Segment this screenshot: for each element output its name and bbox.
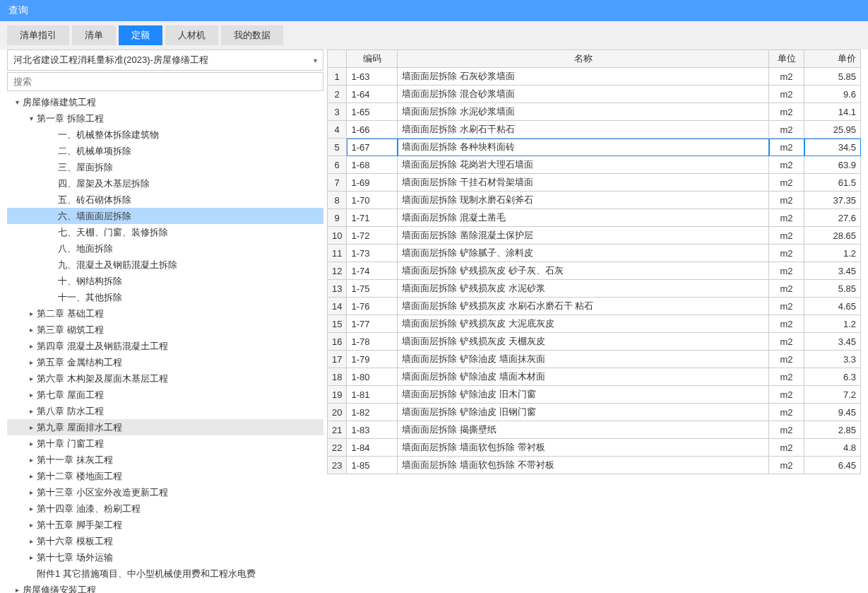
- cell-code[interactable]: 1-63: [347, 68, 398, 86]
- table-row[interactable]: 11-63墙面面层拆除 石灰砂浆墙面m25.85: [328, 68, 861, 86]
- cell-price[interactable]: 61.5: [804, 174, 861, 192]
- tab-定额[interactable]: 定额: [119, 25, 162, 45]
- header-name[interactable]: 名称: [398, 50, 769, 68]
- cell-name[interactable]: 墙面面层拆除 铲除油皮 墙面抹灰面: [398, 351, 769, 368]
- tree-item[interactable]: ▾第一章 拆除工程: [7, 110, 323, 127]
- row-index[interactable]: 10: [328, 227, 347, 245]
- tree-item[interactable]: ▸第二章 基础工程: [7, 305, 323, 322]
- cell-code[interactable]: 1-72: [347, 227, 398, 245]
- table-row[interactable]: 51-67墙面面层拆除 各种块料面砖m234.5: [328, 139, 861, 156]
- row-index[interactable]: 21: [328, 421, 347, 439]
- cell-name[interactable]: 墙面面层拆除 墙面软包拆除 不带衬板: [398, 457, 769, 474]
- row-index[interactable]: 3: [328, 103, 347, 121]
- cell-code[interactable]: 1-74: [347, 262, 398, 280]
- expand-icon[interactable]: ▸: [27, 323, 35, 336]
- row-index[interactable]: 23: [328, 457, 347, 474]
- expand-icon[interactable]: ▸: [27, 404, 35, 418]
- tree-item[interactable]: ▸第十三章 小区室外改造更新工程: [7, 484, 323, 500]
- cell-unit[interactable]: m2: [769, 174, 804, 192]
- tree-item[interactable]: 附件1 其它措施项目、中小型机械使用费和工程水电费: [7, 565, 323, 582]
- cell-name[interactable]: 墙面面层拆除 铲残损灰皮 水泥砂浆: [398, 280, 769, 298]
- cell-unit[interactable]: m2: [769, 86, 804, 103]
- expand-icon[interactable]: ▸: [27, 453, 35, 466]
- cell-code[interactable]: 1-77: [347, 315, 398, 333]
- row-index[interactable]: 22: [328, 439, 347, 457]
- cell-price[interactable]: 5.85: [804, 280, 861, 298]
- cell-name[interactable]: 墙面面层拆除 混合砂浆墙面: [398, 86, 769, 103]
- cell-name[interactable]: 墙面面层拆除 铲除腻子、涂料皮: [398, 245, 769, 262]
- cell-code[interactable]: 1-65: [347, 103, 398, 121]
- tab-我的数据[interactable]: 我的数据: [221, 25, 283, 45]
- cell-code[interactable]: 1-78: [347, 333, 398, 351]
- cell-unit[interactable]: m2: [769, 280, 804, 298]
- cell-price[interactable]: 4.65: [804, 298, 861, 315]
- expand-icon[interactable]: ▸: [13, 583, 21, 593]
- expand-icon[interactable]: ▸: [27, 307, 35, 320]
- cell-price[interactable]: 63.9: [804, 156, 861, 174]
- cell-price[interactable]: 28.65: [804, 227, 861, 245]
- cell-price[interactable]: 5.85: [804, 68, 861, 86]
- table-row[interactable]: 141-76墙面面层拆除 铲残损灰皮 水刷石水磨石干 粘石m24.65: [328, 298, 861, 315]
- cell-price[interactable]: 9.6: [804, 86, 861, 103]
- tree-item[interactable]: 十、钢结构拆除: [7, 273, 323, 289]
- row-index[interactable]: 18: [328, 368, 347, 386]
- row-index[interactable]: 14: [328, 298, 347, 315]
- cell-code[interactable]: 1-80: [347, 368, 398, 386]
- cell-code[interactable]: 1-68: [347, 156, 398, 174]
- cell-unit[interactable]: m2: [769, 262, 804, 280]
- table-row[interactable]: 201-82墙面面层拆除 铲除油皮 旧钢门窗m29.45: [328, 404, 861, 421]
- cell-price[interactable]: 9.45: [804, 404, 861, 421]
- cell-name[interactable]: 墙面面层拆除 水刷石干粘石: [398, 121, 769, 139]
- expand-icon[interactable]: ▸: [27, 518, 35, 532]
- expand-icon[interactable]: ▸: [27, 551, 35, 564]
- collapse-icon[interactable]: ▾: [13, 95, 21, 109]
- tree-item[interactable]: ▸房屋修缮安装工程: [7, 582, 323, 593]
- standard-dropdown[interactable]: 河北省建设工程消耗量标准(2023)-房屋修缮工程 ▾: [7, 49, 323, 71]
- cell-name[interactable]: 墙面面层拆除 石灰砂浆墙面: [398, 68, 769, 86]
- cell-unit[interactable]: m2: [769, 68, 804, 86]
- expand-icon[interactable]: ▸: [27, 502, 35, 515]
- table-row[interactable]: 151-77墙面面层拆除 铲残损灰皮 大泥底灰皮m21.2: [328, 315, 861, 333]
- tree-item[interactable]: ▸第十章 门窗工程: [7, 435, 323, 452]
- cell-unit[interactable]: m2: [769, 156, 804, 174]
- cell-unit[interactable]: m2: [769, 457, 804, 474]
- row-index[interactable]: 8: [328, 192, 347, 209]
- cell-price[interactable]: 34.5: [804, 139, 861, 156]
- cell-name[interactable]: 墙面面层拆除 揭撕壁纸: [398, 421, 769, 439]
- cell-code[interactable]: 1-64: [347, 86, 398, 103]
- table-row[interactable]: 231-85墙面面层拆除 墙面软包拆除 不带衬板m26.45: [328, 457, 861, 474]
- cell-unit[interactable]: m2: [769, 103, 804, 121]
- tree-item[interactable]: ▸第十二章 楼地面工程: [7, 468, 323, 484]
- cell-price[interactable]: 14.1: [804, 103, 861, 121]
- cell-price[interactable]: 1.2: [804, 245, 861, 262]
- tree-item[interactable]: ▸第八章 防水工程: [7, 403, 323, 419]
- cell-code[interactable]: 1-79: [347, 351, 398, 368]
- cell-price[interactable]: 6.45: [804, 457, 861, 474]
- cell-price[interactable]: 3.3: [804, 351, 861, 368]
- row-index[interactable]: 16: [328, 333, 347, 351]
- table-row[interactable]: 81-70墙面面层拆除 现制水磨石剁斧石m237.35: [328, 192, 861, 209]
- cell-unit[interactable]: m2: [769, 315, 804, 333]
- cell-code[interactable]: 1-69: [347, 174, 398, 192]
- cell-code[interactable]: 1-83: [347, 421, 398, 439]
- cell-unit[interactable]: m2: [769, 298, 804, 315]
- expand-icon[interactable]: ▸: [27, 339, 35, 353]
- cell-name[interactable]: 墙面面层拆除 铲除油皮 旧钢门窗: [398, 404, 769, 421]
- row-index[interactable]: 13: [328, 280, 347, 298]
- cell-price[interactable]: 6.3: [804, 368, 861, 386]
- cell-code[interactable]: 1-75: [347, 280, 398, 298]
- tree-item[interactable]: ▸第十七章 场外运输: [7, 549, 323, 565]
- tree-item[interactable]: ▸第四章 混凝土及钢筋混凝土工程: [7, 338, 323, 354]
- search-input[interactable]: [7, 72, 323, 91]
- cell-code[interactable]: 1-66: [347, 121, 398, 139]
- tree-item[interactable]: ▸第十四章 油漆、粉刷工程: [7, 500, 323, 517]
- cell-code[interactable]: 1-85: [347, 457, 398, 474]
- cell-name[interactable]: 墙面面层拆除 花岗岩大理石墙面: [398, 156, 769, 174]
- table-row[interactable]: 101-72墙面面层拆除 凿除混凝土保护层m228.65: [328, 227, 861, 245]
- row-index[interactable]: 9: [328, 209, 347, 227]
- cell-unit[interactable]: m2: [769, 368, 804, 386]
- tree-item[interactable]: ▸第三章 砌筑工程: [7, 322, 323, 338]
- tree-item[interactable]: 四、屋架及木基层拆除: [7, 175, 323, 192]
- cell-code[interactable]: 1-73: [347, 245, 398, 262]
- cell-name[interactable]: 墙面面层拆除 铲残损灰皮 天棚灰皮: [398, 333, 769, 351]
